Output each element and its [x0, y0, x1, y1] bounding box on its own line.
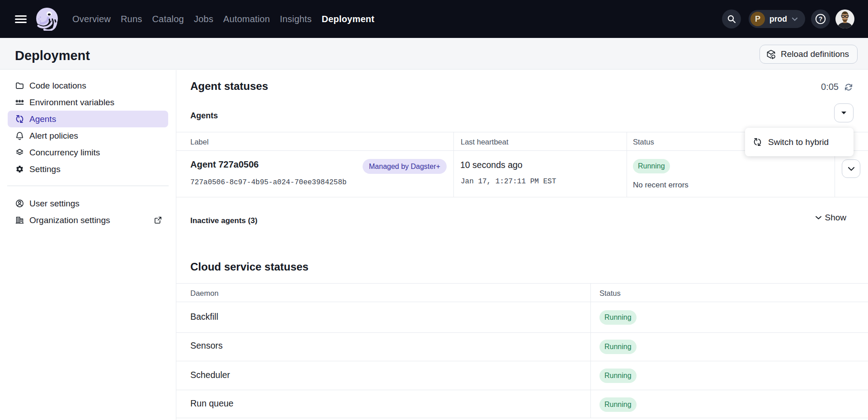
svg-text:?: ?	[819, 15, 823, 23]
